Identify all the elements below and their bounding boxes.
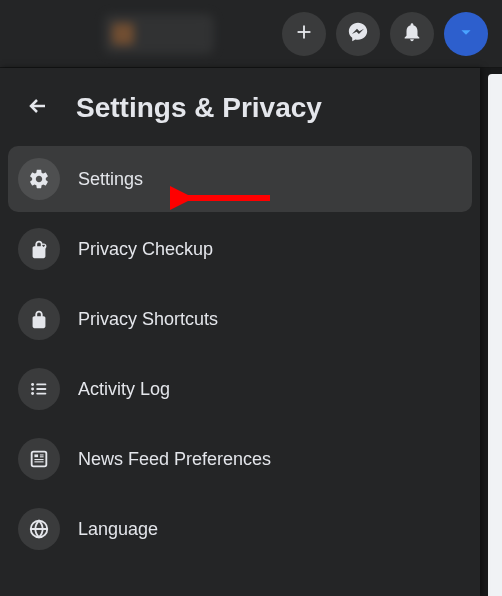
lock-icon: [18, 298, 60, 340]
menu-item-label: Activity Log: [78, 379, 170, 400]
profile-chip[interactable]: [104, 14, 214, 54]
plus-icon: [293, 21, 315, 47]
svg-rect-6: [36, 393, 46, 395]
svg-rect-10: [40, 456, 44, 457]
svg-point-1: [31, 383, 34, 386]
menu-item-privacy-checkup[interactable]: Privacy Checkup: [8, 216, 472, 282]
svg-point-2: [31, 388, 34, 391]
settings-privacy-panel: Settings & Privacy Settings Privacy Chec…: [0, 68, 480, 596]
feed-icon: [18, 438, 60, 480]
page-title: Settings & Privacy: [76, 92, 322, 124]
menu-item-news-feed-preferences[interactable]: News Feed Preferences: [8, 426, 472, 492]
notifications-button[interactable]: [390, 12, 434, 56]
topbar: [0, 0, 502, 68]
account-menu-button[interactable]: [444, 12, 488, 56]
svg-rect-12: [34, 461, 43, 462]
menu-item-label: News Feed Preferences: [78, 449, 271, 470]
arrow-left-icon: [26, 94, 50, 122]
svg-point-3: [31, 392, 34, 395]
create-button[interactable]: [282, 12, 326, 56]
menu-item-privacy-shortcuts[interactable]: Privacy Shortcuts: [8, 286, 472, 352]
menu-item-label: Language: [78, 519, 158, 540]
globe-icon: [18, 508, 60, 550]
caret-down-icon: [455, 21, 477, 47]
bell-icon: [401, 21, 423, 47]
back-button[interactable]: [18, 88, 58, 128]
gear-icon: [18, 158, 60, 200]
svg-rect-4: [36, 384, 46, 386]
menu-list: Settings Privacy Checkup Privacy Shortcu…: [8, 146, 472, 562]
list-icon: [18, 368, 60, 410]
panel-header: Settings & Privacy: [8, 82, 472, 146]
svg-rect-5: [36, 388, 46, 390]
menu-item-label: Privacy Shortcuts: [78, 309, 218, 330]
lock-heart-icon: [18, 228, 60, 270]
messenger-button[interactable]: [336, 12, 380, 56]
content-behind: [488, 74, 502, 596]
menu-item-settings[interactable]: Settings: [8, 146, 472, 212]
menu-item-label: Settings: [78, 169, 143, 190]
menu-item-activity-log[interactable]: Activity Log: [8, 356, 472, 422]
menu-item-label: Privacy Checkup: [78, 239, 213, 260]
svg-rect-8: [34, 454, 38, 457]
svg-rect-9: [40, 454, 44, 455]
messenger-icon: [347, 21, 369, 47]
svg-rect-11: [34, 459, 43, 460]
menu-item-language[interactable]: Language: [8, 496, 472, 562]
